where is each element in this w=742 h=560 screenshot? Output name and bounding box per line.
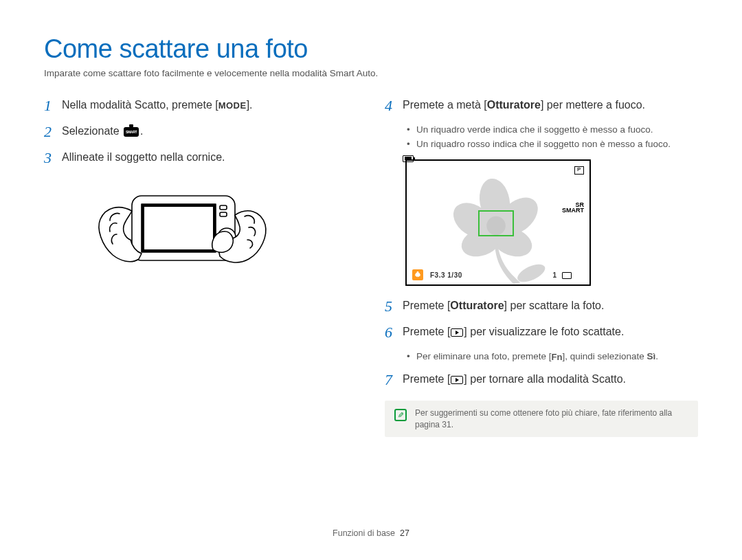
memory-card-icon [562, 272, 572, 279]
mode-label: MODE [218, 100, 247, 112]
text-frag: Nella modalità Scatto, premete [ [62, 99, 218, 111]
step-text: Premete [Otturatore] per scattare la fot… [403, 298, 698, 313]
step-text: Allineate il soggetto nella cornice. [62, 150, 357, 165]
text-frag: Premete [ [403, 300, 450, 311]
step-number: 3 [44, 150, 62, 166]
step-text: Premete a metà [Otturatore] per mettere … [403, 98, 698, 113]
step-number: 5 [385, 298, 403, 315]
step-text: Selezionate SMART. [62, 124, 357, 139]
playback-icon [451, 328, 463, 337]
page-footer: Funzioni di base 27 [0, 528, 742, 538]
text-frag: . [655, 351, 658, 361]
step-number: 7 [385, 372, 403, 388]
smart-auto-icon: SMART [124, 127, 139, 137]
note-text: Per suggerimenti su come ottenere foto p… [415, 407, 688, 429]
step-4-sublist: Un riquadro verde indica che il soggetto… [407, 124, 698, 151]
text-frag: ] per visualizzare le foto scattate. [464, 326, 624, 337]
step-5: 5 Premete [Otturatore] per scattare la f… [385, 298, 698, 315]
macro-indicator-icon [412, 269, 423, 280]
text-frag: . [140, 125, 143, 137]
svg-point-15 [515, 260, 548, 285]
step-1: 1 Nella modalità Scatto, premete [MODE]. [44, 98, 357, 114]
step-text: Premete [] per tornare alla modalità Sca… [403, 372, 698, 387]
autofocus-frame [478, 210, 514, 236]
text-bold: Sì [647, 351, 656, 361]
step-2: 2 Selezionate SMART. [44, 124, 357, 140]
page-subtitle: Imparate come scattare foto facilmente e… [44, 68, 698, 78]
battery-icon [403, 155, 414, 162]
text-frag: Premete [ [403, 373, 450, 385]
text-frag: ] per scattare la foto. [504, 300, 605, 311]
text-bold: Otturatore [487, 99, 541, 111]
list-item: Un riquadro rosso indica che il soggetto… [407, 138, 698, 151]
step-number: 1 [44, 98, 62, 114]
content-columns: 1 Nella modalità Scatto, premete [MODE].… [44, 98, 698, 437]
svg-rect-6 [220, 212, 227, 216]
footer-section: Funzioni di base [333, 528, 395, 538]
step-text: Nella modalità Scatto, premete [MODE]. [62, 98, 357, 113]
sr-indicator-icon: SR SMART [562, 202, 584, 213]
fn-label: Fn [552, 351, 563, 363]
list-item: Per eliminare una foto, premete [Fn], qu… [407, 350, 698, 363]
note-icon [394, 409, 407, 421]
hands-holding-camera-illustration [92, 177, 357, 296]
step-3: 3 Allineate il soggetto nella cornice. [44, 150, 357, 166]
camera-lcd-illustration: SR SMART F3.3 1/30 1 [405, 159, 591, 286]
footer-page-number: 27 [400, 528, 409, 538]
svg-rect-5 [220, 205, 227, 210]
text-bold: Otturatore [450, 300, 504, 311]
list-item: Un riquadro verde indica che il soggetto… [407, 124, 698, 137]
text-frag: Selezionate [62, 125, 122, 137]
playback-icon [451, 376, 463, 384]
text-frag: ] per mettere a fuoco. [541, 99, 645, 111]
text-frag: ]. [247, 99, 253, 111]
step-4: 4 Premete a metà [Otturatore] per metter… [385, 98, 698, 114]
step-number: 4 [385, 98, 403, 114]
text-frag: Per eliminare una foto, premete [ [416, 351, 552, 361]
step-text: Premete [] per visualizzare le foto scat… [403, 324, 698, 339]
mode-indicator-icon [574, 166, 584, 175]
step-6-sublist: Per eliminare una foto, premete [Fn], qu… [407, 350, 698, 363]
step-6: 6 Premete [] per visualizzare le foto sc… [385, 324, 698, 341]
page-title: Come scattare una foto [44, 34, 698, 64]
left-column: 1 Nella modalità Scatto, premete [MODE].… [44, 98, 357, 437]
shot-count: 1 [552, 271, 556, 279]
text-frag: ], quindi selezionate [563, 351, 647, 361]
step-7: 7 Premete [] per tornare alla modalità S… [385, 372, 698, 388]
step-number: 2 [44, 124, 62, 140]
text-frag: Premete a metà [ [403, 99, 487, 111]
right-column: 4 Premete a metà [Otturatore] per metter… [385, 98, 698, 437]
step-number: 6 [385, 324, 403, 341]
text-frag: Premete [ [403, 326, 450, 337]
text-frag: ] per tornare alla modalità Scatto. [464, 373, 626, 385]
exposure-readout: F3.3 1/30 [430, 271, 462, 279]
svg-rect-2 [144, 207, 213, 249]
tip-note: Per suggerimenti su come ottenere foto p… [385, 401, 698, 436]
